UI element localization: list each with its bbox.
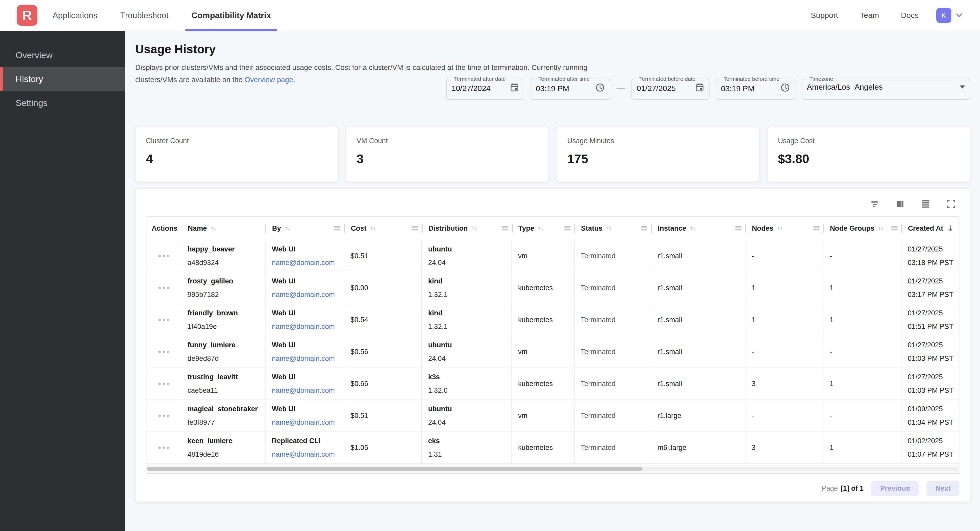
column-header-instance[interactable]: Instance bbox=[652, 217, 746, 240]
sort-icon[interactable] bbox=[605, 225, 613, 232]
sort-icon[interactable] bbox=[537, 225, 545, 232]
column-header-node-groups[interactable]: Node Groups bbox=[824, 217, 902, 240]
calendar-icon[interactable] bbox=[510, 82, 519, 94]
sort-icon[interactable] bbox=[776, 225, 784, 232]
clock-icon[interactable] bbox=[595, 82, 605, 94]
created-by-email-link[interactable]: name@domain.com bbox=[272, 291, 339, 299]
row-actions-menu-icon[interactable] bbox=[156, 284, 172, 292]
replicated-logo[interactable]: R bbox=[17, 5, 37, 26]
created-by-email-link[interactable]: name@domain.com bbox=[272, 355, 339, 363]
column-header-distribution[interactable]: Distribution bbox=[422, 217, 512, 240]
terminated-before-date-value[interactable]: 01/27/2025 bbox=[637, 84, 676, 93]
support-link[interactable]: Support bbox=[800, 11, 849, 20]
fullscreen-icon[interactable] bbox=[944, 197, 958, 211]
docs-link[interactable]: Docs bbox=[890, 11, 929, 20]
table-row[interactable]: magical_stonebraker fe3f8977 Web UI name… bbox=[146, 400, 959, 432]
sort-icon[interactable] bbox=[369, 225, 377, 232]
status-value: Terminated bbox=[581, 284, 646, 292]
terminated-after-date-field[interactable]: Terminated after date 10/27/2024 bbox=[446, 76, 524, 100]
nav-tab-troubleshoot[interactable]: Troubleshoot bbox=[109, 0, 180, 31]
terminated-before-time-value[interactable]: 03:19 PM bbox=[721, 84, 754, 93]
created-by-email-link[interactable]: name@domain.com bbox=[272, 418, 339, 426]
column-header-label: Distribution bbox=[428, 225, 468, 233]
column-header-by[interactable]: By bbox=[266, 217, 345, 240]
columns-icon[interactable] bbox=[893, 197, 907, 211]
column-header-status[interactable]: Status bbox=[575, 217, 652, 240]
density-icon[interactable] bbox=[919, 197, 932, 211]
column-menu-icon[interactable] bbox=[334, 226, 340, 230]
sort-icon[interactable] bbox=[471, 225, 478, 232]
terminated-before-time-field[interactable]: Terminated before time 03:19 PM bbox=[716, 76, 795, 100]
table-row[interactable]: trusting_leavitt cae5ea11 Web UI name@do… bbox=[146, 368, 959, 400]
timezone-value[interactable]: America/Los_Angeles bbox=[807, 82, 883, 92]
row-actions-menu-icon[interactable] bbox=[156, 444, 172, 452]
table-row[interactable]: friendly_brown 1f40a19e Web UI name@doma… bbox=[146, 304, 959, 336]
status-cell: Terminated bbox=[574, 336, 651, 368]
node-groups-value: - bbox=[830, 348, 896, 356]
created-by-email-link[interactable]: name@domain.com bbox=[272, 450, 339, 458]
instance-value: r1.small bbox=[657, 348, 740, 356]
terminated-after-time-value[interactable]: 03:19 PM bbox=[536, 84, 569, 93]
by-cell: Web UI name@domain.com bbox=[266, 400, 344, 431]
column-header-name[interactable]: Name bbox=[181, 217, 266, 240]
filter-icon[interactable] bbox=[868, 197, 881, 211]
column-menu-icon[interactable] bbox=[502, 226, 508, 230]
terminated-before-date-field[interactable]: Terminated before date 01/27/2025 bbox=[632, 76, 710, 100]
sidebar-item-overview[interactable]: Overview bbox=[0, 43, 125, 67]
terminated-after-date-value[interactable]: 10/27/2024 bbox=[452, 84, 490, 93]
row-actions-menu-icon[interactable] bbox=[156, 252, 172, 260]
column-header-cost[interactable]: Cost bbox=[345, 217, 422, 240]
timezone-select[interactable]: Timezone America/Los_Angeles bbox=[802, 76, 970, 100]
row-actions-menu-icon[interactable] bbox=[156, 380, 172, 388]
column-header-nodes[interactable]: Nodes bbox=[746, 217, 824, 240]
column-header-created-at[interactable]: Created At bbox=[902, 217, 960, 240]
column-menu-icon[interactable] bbox=[641, 226, 648, 230]
sidebar-item-history[interactable]: History bbox=[0, 67, 125, 91]
sort-desc-arrow-icon[interactable] bbox=[947, 225, 954, 232]
status-value: Terminated bbox=[581, 412, 646, 420]
created-by-source: Web UI bbox=[272, 309, 339, 317]
sort-icon[interactable] bbox=[284, 225, 291, 232]
dropdown-caret-icon[interactable] bbox=[960, 86, 965, 89]
table-row[interactable]: frosty_galileo 995b7182 Web UI name@doma… bbox=[146, 272, 959, 304]
data-grid: ActionsNameByCostDistributionTypeStatusI… bbox=[146, 216, 959, 474]
sidebar-item-settings[interactable]: Settings bbox=[0, 91, 125, 115]
column-menu-icon[interactable] bbox=[813, 226, 819, 230]
overview-page-link[interactable]: Overview page bbox=[245, 76, 293, 84]
created-by-email-link[interactable]: name@domain.com bbox=[272, 259, 339, 267]
table-row[interactable]: funny_lumiere de9ed87d Web UI name@domai… bbox=[146, 336, 959, 368]
horizontal-scrollbar-track[interactable] bbox=[147, 467, 958, 471]
row-actions-menu-icon[interactable] bbox=[156, 316, 172, 324]
horizontal-scrollbar-thumb[interactable] bbox=[147, 467, 643, 471]
sort-icon[interactable] bbox=[877, 225, 885, 232]
nav-tab-compatibility-matrix[interactable]: Compatibility Matrix bbox=[180, 0, 282, 31]
created-by-email-link[interactable]: name@domain.com bbox=[272, 387, 339, 395]
nodes-cell: 3 bbox=[745, 368, 823, 399]
sort-icon[interactable] bbox=[689, 225, 697, 232]
column-menu-icon[interactable] bbox=[565, 226, 571, 230]
clock-icon[interactable] bbox=[780, 82, 790, 94]
cluster-id: fe3f8977 bbox=[188, 418, 260, 426]
row-actions-menu-icon[interactable] bbox=[156, 348, 172, 356]
table-row[interactable]: happy_beaver a48d9324 Web UI name@domain… bbox=[146, 240, 959, 272]
created-at-cell: 01/02/2025 01:07 PM PST bbox=[902, 432, 959, 463]
column-menu-icon[interactable] bbox=[735, 226, 741, 230]
next-page-button[interactable]: Next bbox=[926, 481, 959, 496]
terminated-after-time-field[interactable]: Terminated after time 03:19 PM bbox=[531, 76, 610, 100]
sort-icon[interactable] bbox=[210, 225, 218, 232]
row-actions-menu-icon[interactable] bbox=[156, 412, 172, 420]
column-menu-icon[interactable] bbox=[412, 226, 418, 230]
table-row[interactable]: keen_lumiere 4819de16 Replicated CLI nam… bbox=[146, 432, 959, 464]
nav-tab-applications[interactable]: Applications bbox=[41, 0, 109, 31]
avatar[interactable]: K bbox=[936, 8, 951, 23]
column-header-label: Created At bbox=[908, 225, 943, 233]
calendar-icon[interactable] bbox=[695, 82, 704, 94]
chevron-down-icon[interactable] bbox=[954, 10, 964, 21]
timezone-label: Timezone bbox=[807, 76, 835, 82]
node-groups-value: - bbox=[830, 252, 896, 260]
created-by-email-link[interactable]: name@domain.com bbox=[272, 323, 339, 331]
team-link[interactable]: Team bbox=[849, 11, 890, 20]
previous-page-button[interactable]: Previous bbox=[871, 481, 919, 496]
column-header-type[interactable]: Type bbox=[512, 217, 575, 240]
column-menu-icon[interactable] bbox=[891, 226, 897, 230]
